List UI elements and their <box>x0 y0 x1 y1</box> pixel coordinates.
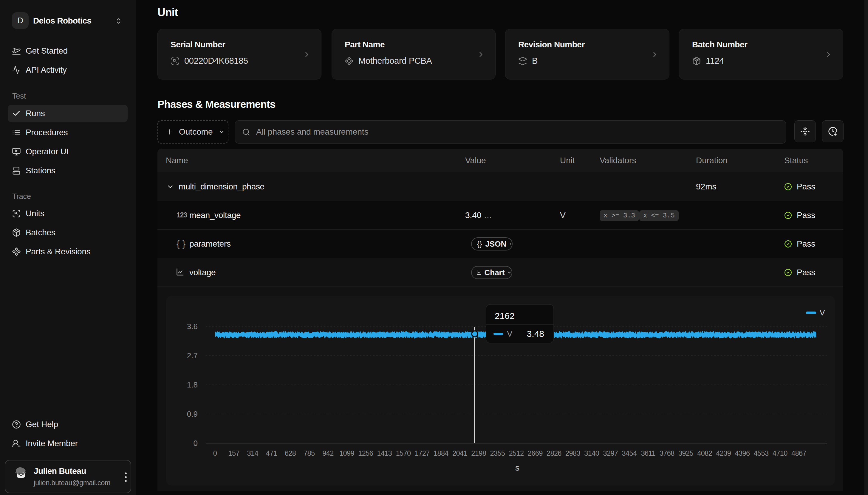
svg-text:3.48: 3.48 <box>527 329 544 339</box>
svg-text:1256: 1256 <box>358 449 373 457</box>
svg-text:2355: 2355 <box>490 449 505 457</box>
svg-text:3925: 3925 <box>678 449 693 457</box>
svg-text:2.7: 2.7 <box>187 351 198 360</box>
svg-text:4710: 4710 <box>773 449 787 457</box>
svg-text:3.6: 3.6 <box>187 322 198 331</box>
svg-text:1570: 1570 <box>396 449 411 457</box>
svg-text:4082: 4082 <box>697 449 712 457</box>
svg-text:V: V <box>507 329 512 338</box>
svg-text:4867: 4867 <box>791 449 806 457</box>
svg-text:4553: 4553 <box>754 449 769 457</box>
svg-text:3454: 3454 <box>622 449 637 457</box>
svg-text:0: 0 <box>194 439 198 448</box>
svg-text:s: s <box>515 463 520 472</box>
svg-text:1413: 1413 <box>377 449 392 457</box>
svg-text:942: 942 <box>322 449 333 457</box>
svg-text:1727: 1727 <box>415 449 430 457</box>
svg-text:4396: 4396 <box>735 449 750 457</box>
svg-text:1099: 1099 <box>339 449 354 457</box>
svg-text:1.8: 1.8 <box>187 380 198 389</box>
svg-text:2198: 2198 <box>471 449 486 457</box>
svg-text:0: 0 <box>213 449 217 457</box>
svg-text:157: 157 <box>228 449 239 457</box>
svg-text:0.9: 0.9 <box>187 410 198 419</box>
svg-text:2669: 2669 <box>528 449 543 457</box>
svg-text:3611: 3611 <box>641 449 655 457</box>
svg-text:471: 471 <box>266 449 277 457</box>
svg-text:628: 628 <box>285 449 296 457</box>
svg-text:1884: 1884 <box>433 449 448 457</box>
svg-text:4239: 4239 <box>716 449 731 457</box>
svg-text:2983: 2983 <box>566 449 580 457</box>
svg-text:2041: 2041 <box>452 449 467 457</box>
svg-text:3297: 3297 <box>603 449 618 457</box>
svg-text:785: 785 <box>304 449 315 457</box>
svg-text:2826: 2826 <box>546 449 561 457</box>
svg-text:V: V <box>820 308 825 317</box>
svg-text:3140: 3140 <box>584 449 599 457</box>
svg-text:2162: 2162 <box>495 311 515 321</box>
svg-text:314: 314 <box>247 449 259 457</box>
svg-text:3768: 3768 <box>659 449 674 457</box>
svg-text:2512: 2512 <box>509 449 524 457</box>
